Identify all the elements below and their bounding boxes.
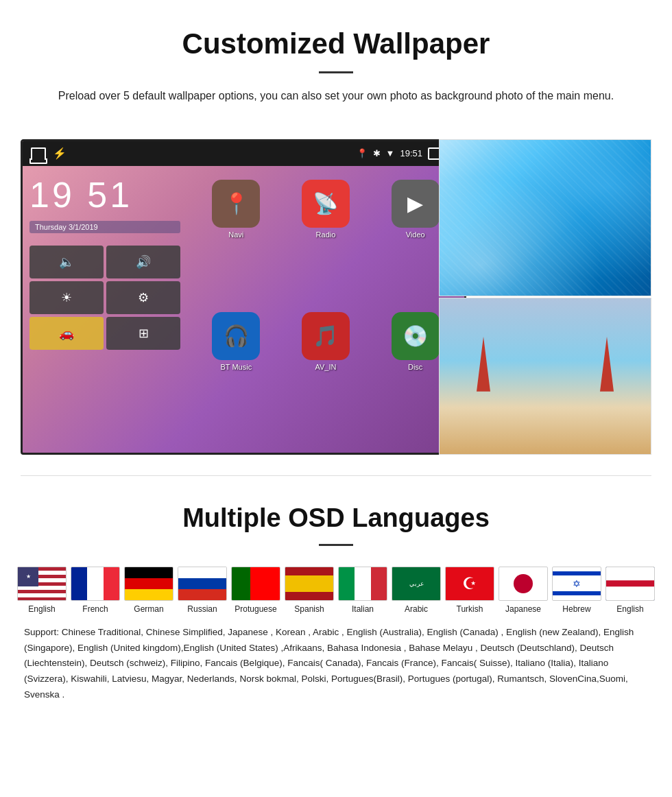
status-left: ⚡	[31, 147, 67, 160]
flag-item-russian: Russian	[178, 567, 227, 614]
flag-usa	[17, 567, 67, 601]
flag-item-hebrew: ✡ Hebrew	[552, 567, 601, 614]
time-display: 19 51	[29, 177, 180, 213]
wallpaper-bridge	[439, 298, 651, 455]
screen-content: 19 51 Thursday 3/1/2019 🔈 🔊 ☀ ⚙ 🚗 ⊞ 📍 Na…	[23, 166, 464, 453]
signal-icon: ▼	[386, 148, 395, 158]
bluetooth-icon: ✱	[373, 148, 381, 158]
app-btmusic[interactable]: 🎧 BT Music	[194, 312, 278, 439]
wallpaper-ice	[439, 139, 651, 296]
title-divider	[319, 71, 353, 73]
flag-item-french: French	[71, 567, 120, 614]
video-icon: ▶	[392, 180, 440, 228]
flag-label-portuguese: Protuguese	[235, 604, 276, 614]
navi-label: Navi	[228, 230, 243, 239]
wallpaper-demo: ⚡ 📍 ✱ ▼ 19:51 ↩ 19 51 Thursday 3/1/2019 …	[21, 139, 651, 455]
disc-label: Disc	[408, 363, 422, 371]
left-panel: 19 51 Thursday 3/1/2019 🔈 🔊 ☀ ⚙ 🚗 ⊞	[23, 166, 187, 453]
usb-icon: ⚡	[53, 147, 67, 160]
flag-spain	[285, 567, 334, 601]
navi-icon: 📍	[212, 180, 260, 228]
avin-icon: 🎵	[302, 312, 350, 360]
israel-stripe-bottom	[553, 591, 601, 595]
flag-item-portuguese: Protuguese	[231, 567, 280, 614]
flag-uk	[605, 567, 655, 601]
france-white	[87, 567, 103, 600]
car-btn[interactable]: 🚗	[29, 317, 104, 350]
flag-item-arabic: عربي Arabic	[392, 567, 441, 614]
flag-japan	[499, 567, 548, 601]
vol-down-btn[interactable]: 🔈	[29, 246, 104, 278]
arabic-text: عربي	[409, 580, 424, 587]
germany-red	[125, 578, 173, 589]
flag-label-english-uk: English	[616, 604, 643, 614]
spain-red-bottom	[285, 592, 333, 600]
flag-item-english-uk: English	[605, 567, 655, 614]
flag-italy	[338, 567, 387, 601]
flag-item-turkish: ☪ Turkish	[445, 567, 494, 614]
app-radio[interactable]: 📡 Radio	[284, 180, 368, 307]
italy-green	[339, 567, 355, 600]
home-icon	[31, 147, 46, 160]
app-navi[interactable]: 📍 Navi	[194, 180, 278, 307]
status-time: 19:51	[400, 148, 422, 158]
avin-label: AV_IN	[315, 363, 337, 371]
flag-france	[71, 567, 120, 601]
radio-icon: 📡	[302, 180, 350, 228]
flag-label-german: German	[134, 604, 163, 614]
flag-label-italian: Italian	[352, 604, 374, 614]
flag-label-arabic: Arabic	[405, 604, 428, 614]
israel-stripe-top	[553, 571, 601, 575]
video-label: Video	[406, 230, 425, 239]
star-of-david: ✡	[573, 578, 581, 589]
flag-item-japanese: Japanese	[499, 567, 548, 614]
turkey-crescent: ☪	[462, 574, 477, 593]
languages-title: Multiple OSD Languages	[21, 503, 651, 533]
flag-item-spanish: Spanish	[285, 567, 334, 614]
flag-item-italian: Italian	[338, 567, 387, 614]
flag-label-english: English	[28, 604, 55, 614]
russia-blue	[178, 578, 226, 589]
android-screen: ⚡ 📍 ✱ ▼ 19:51 ↩ 19 51 Thursday 3/1/2019 …	[21, 139, 466, 455]
germany-black	[125, 567, 173, 578]
russia-white	[178, 567, 226, 578]
flag-item-german: German	[124, 567, 173, 614]
right-panels	[439, 139, 651, 455]
spain-red-top	[285, 567, 333, 575]
flag-label-japanese: Japanese	[505, 604, 541, 614]
disc-icon: 💿	[392, 312, 440, 360]
flag-russia	[178, 567, 227, 601]
lang-divider	[319, 544, 353, 546]
radio-label: Radio	[316, 230, 336, 239]
control-grid: 🔈 🔊 ☀ ⚙ 🚗 ⊞	[29, 246, 180, 350]
flag-arabic: عربي	[392, 567, 441, 601]
btmusic-label: BT Music	[221, 363, 252, 371]
flags-row: English French German	[21, 567, 651, 614]
flag-turkey: ☪	[445, 567, 494, 601]
date-display: Thursday 3/1/2019	[29, 221, 180, 233]
flag-item-english: English	[17, 567, 67, 614]
page-title: Customized Wallpaper	[27, 27, 645, 60]
flag-label-spanish: Spanish	[294, 604, 324, 614]
app-avin[interactable]: 🎵 AV_IN	[284, 312, 368, 439]
app-grid: 📍 Navi 📡 Radio ▶ Video 🎧 BT Music 🎵	[187, 166, 464, 453]
flag-portugal	[231, 567, 280, 601]
location-icon: 📍	[357, 148, 368, 158]
flag-label-russian: Russian	[187, 604, 217, 614]
status-bar: ⚡ 📍 ✱ ▼ 19:51 ↩	[23, 141, 464, 166]
spain-yellow	[285, 575, 333, 592]
germany-gold	[125, 589, 173, 600]
apps-btn[interactable]: ⊞	[106, 317, 180, 350]
support-text: Support: Chinese Traditional, Chinese Si…	[21, 625, 651, 704]
japan-circle	[514, 574, 533, 593]
brightness-btn[interactable]: ☀	[29, 281, 104, 314]
btmusic-icon: 🎧	[212, 312, 260, 360]
header-section: Customized Wallpaper Preload over 5 defa…	[0, 0, 672, 119]
vol-up-btn[interactable]: 🔊	[106, 246, 180, 278]
russia-red	[178, 589, 226, 600]
settings-btn[interactable]: ⚙	[106, 281, 180, 314]
section-divider	[21, 475, 651, 476]
france-blue	[71, 567, 87, 600]
languages-section: Multiple OSD Languages English French Ge	[0, 497, 672, 717]
flag-label-french: French	[82, 604, 108, 614]
